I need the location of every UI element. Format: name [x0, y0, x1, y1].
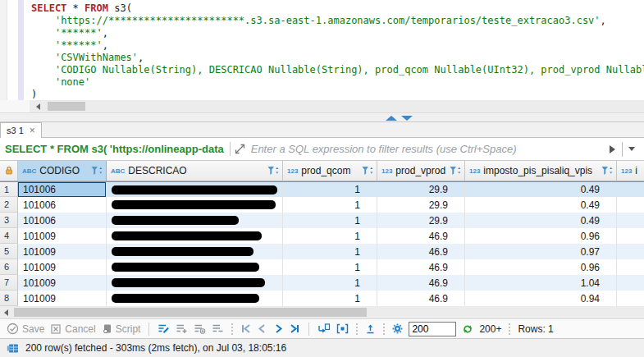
row-number[interactable]: 1 [0, 182, 18, 197]
cell-clipped[interactable] [617, 291, 644, 306]
collapse-up-icon[interactable] [386, 116, 397, 121]
editor-horizontal-scrollbar[interactable] [0, 100, 644, 112]
cell-descricao[interactable] [107, 275, 283, 291]
export-button[interactable] [365, 323, 376, 334]
filter-input[interactable]: Enter a SQL expression to filter results… [251, 143, 603, 155]
results-tab[interactable]: s3 1 × [0, 122, 42, 138]
script-button[interactable]: Script [102, 323, 141, 335]
column-header-codigo[interactable]: ABCCODIGO [18, 161, 107, 181]
cell-prod_vprod[interactable]: 46.9 [377, 291, 465, 306]
editor-results-splitter[interactable] [0, 112, 644, 122]
previous-row-button[interactable] [257, 323, 267, 334]
sql-code[interactable]: SELECT * FROM s3( 'https://*************… [31, 2, 644, 101]
row-number[interactable]: 7 [0, 275, 18, 291]
cell-prod_qcom[interactable]: 1 [283, 228, 377, 244]
column-header-prod_qcom[interactable]: 123prod_qcom [283, 161, 377, 181]
table-row[interactable]: 1101006129.90.49 [0, 181, 644, 197]
cell-codigo[interactable]: 101006 [18, 213, 107, 228]
cell-prod_vprod[interactable]: 29.9 [377, 182, 465, 197]
fetch-next-page-button[interactable] [317, 323, 331, 334]
cell-imposto_pis_pisaliq_vpis[interactable]: 0.94 [465, 291, 617, 306]
cell-imposto_pis_pisaliq_vpis[interactable]: 0.49 [465, 197, 617, 213]
delete-row-button[interactable] [212, 323, 224, 334]
duplicate-row-button[interactable] [194, 323, 206, 334]
cell-prod_qcom[interactable]: 1 [283, 244, 377, 259]
scrollbar-thumb[interactable] [14, 308, 367, 317]
cell-prod_qcom[interactable]: 1 [283, 259, 377, 275]
scrollbar-thumb[interactable] [48, 102, 85, 111]
cell-descricao[interactable] [107, 197, 283, 213]
filter-sort-icon[interactable] [91, 166, 103, 176]
cell-imposto_pis_pisaliq_vpis[interactable]: 0.96 [465, 259, 617, 275]
cell-prod_vprod[interactable]: 29.9 [377, 213, 465, 228]
first-row-button[interactable] [240, 323, 251, 334]
row-number[interactable]: 6 [0, 259, 18, 275]
table-row[interactable]: 3101006129.90.49 [0, 213, 644, 228]
cell-clipped[interactable] [617, 244, 644, 259]
cell-descricao[interactable] [107, 259, 283, 275]
table-row[interactable]: 4101009146.90.96 [0, 228, 644, 244]
fetch-more-label[interactable]: 200+ [479, 323, 501, 335]
cell-codigo[interactable]: 101006 [18, 197, 107, 213]
sql-editor[interactable]: SELECT * FROM s3( 'https://*************… [0, 0, 644, 100]
last-row-button[interactable] [290, 323, 300, 334]
column-header-descricao[interactable]: ABCDESCRICAO [107, 161, 283, 181]
fetch-size-input[interactable] [409, 322, 456, 336]
cell-prod_vprod[interactable]: 46.9 [377, 259, 465, 275]
column-header-clipped[interactable]: 123i [617, 161, 644, 181]
cell-codigo[interactable]: 101009 [18, 275, 107, 291]
scrollbar-track[interactable] [30, 100, 644, 112]
cell-codigo[interactable]: 101009 [18, 259, 107, 275]
row-number[interactable]: 4 [0, 228, 18, 244]
cell-clipped[interactable] [617, 228, 644, 244]
open-filter-panel-icon[interactable] [235, 144, 245, 154]
save-button[interactable]: Save [7, 323, 44, 335]
table-row[interactable]: 7101009146.91.04 [0, 275, 644, 291]
cell-imposto_pis_pisaliq_vpis[interactable]: 0.49 [465, 182, 617, 197]
cell-prod_qcom[interactable]: 1 [283, 182, 377, 197]
row-number[interactable]: 3 [0, 213, 18, 228]
cell-prod_qcom[interactable]: 1 [283, 213, 377, 228]
fetch-all-rows-button[interactable] [336, 323, 349, 334]
cell-descricao[interactable] [107, 182, 283, 197]
cell-descricao[interactable] [107, 244, 283, 259]
filter-sort-icon[interactable] [267, 166, 280, 176]
cell-imposto_pis_pisaliq_vpis[interactable]: 0.96 [465, 228, 617, 244]
apply-filter-icon[interactable] [610, 145, 615, 153]
edit-value-button[interactable] [158, 323, 170, 334]
cell-clipped[interactable] [617, 275, 644, 291]
cell-imposto_pis_pisaliq_vpis[interactable]: 0.97 [465, 244, 617, 259]
cell-clipped[interactable] [617, 197, 644, 213]
grid-horizontal-scrollbar[interactable] [0, 306, 644, 318]
row-header-corner[interactable] [0, 161, 18, 181]
cell-prod_qcom[interactable]: 1 [283, 197, 377, 213]
column-header-prod_vprod[interactable]: 123prod_vprod [377, 161, 465, 181]
cell-codigo[interactable]: 101009 [18, 291, 107, 306]
row-number[interactable]: 2 [0, 197, 18, 213]
cell-prod_qcom[interactable]: 1 [283, 275, 377, 291]
table-row[interactable]: 6101009146.90.96 [0, 259, 644, 275]
cell-codigo[interactable]: 101006 [18, 182, 107, 197]
scroll-left-arrow-icon[interactable] [4, 309, 8, 316]
cell-clipped[interactable] [617, 213, 644, 228]
filter-sort-icon[interactable] [450, 166, 462, 176]
cell-clipped[interactable] [617, 259, 644, 275]
cell-descricao[interactable] [107, 213, 283, 228]
collapse-down-icon[interactable] [401, 116, 413, 121]
cell-prod_vprod[interactable]: 29.9 [377, 197, 465, 213]
table-row[interactable]: 5101009146.90.97 [0, 244, 644, 259]
cell-prod_vprod[interactable]: 46.9 [377, 228, 465, 244]
add-row-button[interactable] [176, 323, 188, 334]
cell-prod_vprod[interactable]: 46.9 [377, 244, 465, 259]
cell-prod_qcom[interactable]: 1 [283, 291, 377, 306]
cell-prod_vprod[interactable]: 46.9 [377, 275, 465, 291]
settings-button[interactable] [392, 323, 403, 334]
cell-imposto_pis_pisaliq_vpis[interactable]: 0.49 [465, 213, 617, 228]
table-row[interactable]: 2101006129.90.49 [0, 197, 644, 213]
filter-table-reference[interactable]: SELECT * FROM s3( 'https://onlineapp-dat… [5, 143, 224, 155]
cell-imposto_pis_pisaliq_vpis[interactable]: 1.04 [465, 275, 617, 291]
refresh-button[interactable] [462, 324, 473, 334]
row-number[interactable]: 5 [0, 244, 18, 259]
cell-codigo[interactable]: 101009 [18, 228, 107, 244]
cancel-button[interactable]: Cancel [50, 323, 95, 335]
